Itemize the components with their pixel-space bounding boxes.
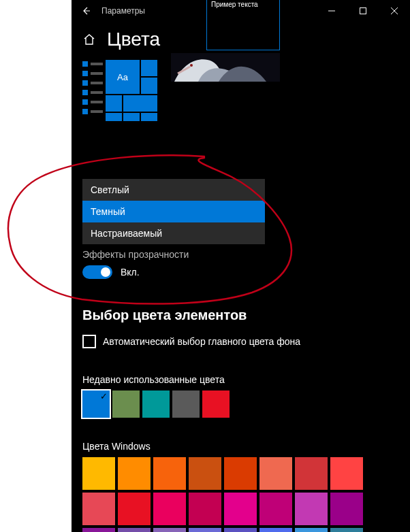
windows-color-swatch[interactable] [295, 528, 328, 532]
transparency-section: Эффекты прозрачности Вкл. [82, 249, 189, 279]
check-icon: ✓ [100, 391, 108, 401]
home-icon[interactable] [82, 33, 96, 46]
color-mode-dropdown[interactable]: СветлыйТемныйНастраиваемый [82, 179, 265, 244]
windows-color-swatch[interactable] [189, 457, 221, 490]
windows-color-swatch[interactable] [153, 493, 186, 525]
windows-color-swatch[interactable] [330, 528, 363, 532]
svg-rect-0 [360, 8, 366, 14]
sample-window-title: Пример текста [207, 0, 279, 12]
preview-tile-aa: Aa [106, 60, 140, 94]
windows-colors-label: Цвета Windows [82, 441, 363, 452]
windows-color-swatch[interactable] [330, 457, 363, 490]
windows-color-swatch[interactable] [259, 457, 292, 490]
auto-accent-row[interactable]: Автоматический выбор главного цвета фона [82, 335, 300, 348]
close-button[interactable] [379, 0, 410, 22]
start-menu-preview: Aa [82, 60, 157, 121]
minimize-button[interactable] [316, 0, 347, 22]
transparency-label: Эффекты прозрачности [82, 249, 189, 260]
recent-color-swatch[interactable] [172, 390, 200, 418]
transparency-state: Вкл. [121, 267, 140, 278]
windows-color-swatch[interactable] [82, 457, 115, 490]
windows-color-swatch[interactable] [295, 457, 328, 490]
windows-color-swatch[interactable] [224, 493, 257, 525]
windows-color-swatch[interactable] [82, 528, 115, 532]
recent-color-swatch[interactable] [112, 390, 140, 418]
windows-color-swatch[interactable] [118, 457, 151, 490]
page-title: Цвета [107, 29, 160, 50]
accent-heading: Выбор цвета элементов [82, 307, 247, 323]
theme-preview: Aa Пример текста [82, 60, 410, 121]
color-mode-option[interactable]: Темный [82, 201, 265, 222]
recent-color-swatch[interactable] [142, 390, 170, 418]
windows-color-swatch[interactable] [330, 493, 363, 525]
recent-colors-row: ✓ [82, 390, 230, 418]
windows-colors-block: Цвета Windows [82, 441, 363, 532]
app-title: Параметры [101, 6, 145, 16]
settings-window: Параметры Цвета [72, 0, 410, 532]
desktop-preview: Пример текста [171, 0, 280, 82]
color-mode-option[interactable]: Светлый [82, 179, 265, 201]
recent-color-swatch[interactable] [202, 390, 230, 418]
windows-color-swatch[interactable] [259, 528, 292, 532]
recent-colors-block: Недавно использованные цвета ✓ [82, 374, 230, 418]
auto-accent-label: Автоматический выбор главного цвета фона [103, 336, 300, 347]
windows-color-swatch[interactable] [82, 493, 115, 525]
windows-color-swatch[interactable] [189, 528, 221, 532]
windows-color-swatch[interactable] [118, 493, 151, 525]
transparency-toggle[interactable] [82, 265, 112, 279]
windows-color-swatch[interactable] [153, 457, 186, 490]
windows-colors-grid [82, 457, 363, 532]
svg-point-2 [190, 64, 193, 67]
wallpaper-preview [171, 53, 280, 82]
back-button[interactable] [72, 0, 101, 22]
windows-color-swatch[interactable] [224, 457, 257, 490]
windows-color-swatch[interactable] [118, 528, 151, 532]
content: Aa Пример текста [72, 60, 410, 532]
windows-color-swatch[interactable] [224, 528, 257, 532]
recent-colors-label: Недавно использованные цвета [82, 374, 230, 385]
windows-color-swatch[interactable] [259, 493, 292, 525]
recent-color-swatch[interactable]: ✓ [82, 390, 110, 418]
windows-color-swatch[interactable] [295, 493, 328, 525]
windows-color-swatch[interactable] [153, 528, 186, 532]
maximize-button[interactable] [347, 0, 379, 22]
windows-color-swatch[interactable] [189, 493, 221, 525]
color-mode-option[interactable]: Настраиваемый [82, 222, 265, 244]
auto-accent-checkbox[interactable] [82, 335, 96, 348]
sample-window: Пример текста [206, 0, 280, 50]
